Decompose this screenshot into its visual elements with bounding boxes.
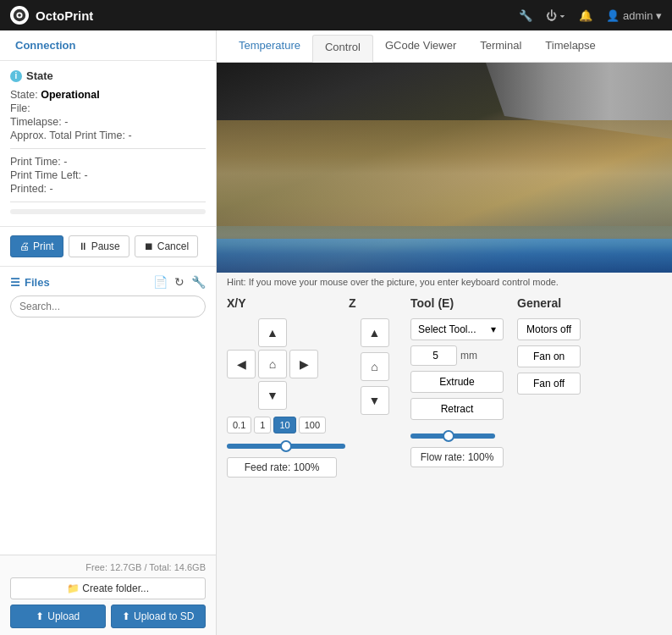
xy-control-col: X/Y ▲ ◀ ⌂ ▶ ▼	[227, 296, 345, 478]
step-10[interactable]: 10	[273, 417, 295, 433]
tab-control[interactable]: Control	[312, 35, 373, 63]
stop-icon: ⏹	[144, 240, 154, 252]
sidebar-bottom: Free: 12.7GB / Total: 14.6GB 📁 Create fo…	[0, 555, 216, 635]
general-col: Motors off Fan on Fan off	[517, 318, 581, 395]
xy-right-button[interactable]: ▶	[289, 350, 318, 378]
z-header: Z	[349, 296, 400, 310]
wrench-icon[interactable]: 🔧	[519, 9, 532, 22]
files-title[interactable]: ☰ Files	[10, 276, 50, 289]
main-layout: Connection i State State: Operational Fi…	[0, 30, 672, 635]
printed-row: Printed: -	[10, 183, 206, 195]
state-value-row: State: Operational	[10, 89, 206, 101]
connection-header[interactable]: Connection	[10, 39, 206, 52]
connection-link[interactable]: Connection	[10, 39, 206, 52]
print-button[interactable]: 🖨 Print	[10, 235, 63, 257]
upload-sd-button[interactable]: ⬆ Upload to SD	[111, 605, 207, 628]
xy-down-button[interactable]: ▼	[258, 381, 287, 410]
flowrate-slider-knob[interactable]	[443, 430, 454, 442]
general-header: General	[517, 296, 581, 310]
search-input[interactable]	[10, 295, 206, 318]
z-control-col: Z ▲ ⌂ ▼	[345, 296, 400, 478]
bell-icon[interactable]: 🔔	[579, 9, 592, 22]
files-section: ☰ Files 📄 ↻ 🔧	[0, 267, 216, 555]
z-up-button[interactable]: ▲	[361, 318, 389, 347]
z-down-button[interactable]: ▼	[361, 386, 389, 415]
app-logo	[10, 6, 29, 25]
content-panel: Hint: If you move your mouse over the pi…	[217, 63, 672, 635]
tab-gcode-viewer[interactable]: GCode Viewer	[373, 30, 468, 63]
fan-off-button[interactable]: Fan off	[517, 373, 581, 395]
refresh-icon[interactable]: ↻	[174, 275, 185, 289]
xy-grid: ▲ ◀ ⌂ ▶ ▼	[227, 318, 345, 410]
files-header: ☰ Files 📄 ↻ 🔧	[10, 275, 206, 289]
fan-on-button[interactable]: Fan on	[517, 345, 581, 367]
camera-feed	[217, 63, 672, 273]
tool-header: Tool (E)	[410, 296, 504, 310]
pause-button[interactable]: ⏸ Pause	[69, 235, 129, 257]
feedrate-display: Feed rate: 100%	[227, 457, 337, 478]
info-icon: i	[10, 70, 22, 82]
retract-button[interactable]: Retract	[410, 398, 504, 420]
camera-hint: Hint: If you move your mouse over the pi…	[217, 273, 672, 291]
tab-timelapse[interactable]: Timelapse	[533, 30, 607, 63]
feedrate-slider-knob[interactable]	[280, 440, 292, 452]
tool-col: Select Tool... ▾ mm Extrude Retract	[410, 318, 504, 467]
xy-left-button[interactable]: ◀	[227, 350, 256, 378]
cancel-button[interactable]: ⏹ Cancel	[135, 235, 198, 257]
step-0.1[interactable]: 0.1	[227, 417, 251, 433]
select-tool-button[interactable]: Select Tool... ▾	[410, 318, 504, 340]
print-time-left-row: Print Time Left: -	[10, 169, 206, 181]
tabs-bar: Temperature Control GCode Viewer Termina…	[217, 30, 672, 63]
app-title: OctoPrint	[36, 8, 93, 23]
xy-home-button[interactable]: ⌂	[258, 350, 287, 378]
new-file-icon[interactable]: 📄	[153, 275, 168, 289]
tab-terminal[interactable]: Terminal	[468, 30, 533, 63]
flowrate-slider[interactable]	[410, 428, 495, 444]
feedrate-slider[interactable]	[227, 439, 345, 454]
print-icon: 🖨	[19, 240, 30, 252]
navbar: OctoPrint 🔧 ⏻ ▾ 🔔 👤 admin ▾	[0, 0, 672, 30]
main-content: Temperature Control GCode Viewer Termina…	[217, 30, 672, 635]
mm-label: mm	[460, 350, 477, 362]
app-brand: OctoPrint	[10, 6, 93, 25]
xy-empty-br	[289, 381, 318, 410]
print-time-row: Print Time: -	[10, 156, 206, 168]
pause-icon: ⏸	[78, 240, 88, 252]
general-control-col: General Motors off Fan on Fan off	[504, 296, 581, 478]
wrench-files-icon[interactable]: 🔧	[191, 275, 206, 289]
upload-button[interactable]: ⬆ Upload	[10, 605, 106, 628]
flowrate-slider-wrap: Flow rate: 100%	[410, 425, 504, 467]
xy-empty-bl	[227, 381, 256, 410]
navbar-right: 🔧 ⏻ ▾ 🔔 👤 admin ▾	[519, 9, 662, 22]
tab-temperature[interactable]: Temperature	[227, 30, 312, 63]
create-folder-button[interactable]: 📁 Create folder...	[10, 577, 206, 599]
files-actions: 📄 ↻ 🔧	[153, 275, 206, 289]
z-home-button[interactable]: ⌂	[361, 352, 389, 381]
step-1[interactable]: 1	[254, 417, 271, 433]
mm-input[interactable]	[410, 345, 457, 366]
user-menu[interactable]: 👤 admin ▾	[606, 9, 662, 22]
list-icon: ☰	[10, 276, 20, 289]
state-section: i State State: Operational File: Timelap…	[0, 61, 216, 227]
storage-info: Free: 12.7GB / Total: 14.6GB	[10, 562, 206, 572]
xy-empty-tl	[227, 318, 256, 347]
upload-sd-icon: ⬆	[122, 610, 130, 622]
print-controls: 🖨 Print ⏸ Pause ⏹ Cancel	[0, 227, 216, 267]
xy-header: X/Y	[227, 296, 345, 310]
motors-off-button[interactable]: Motors off	[517, 318, 581, 340]
file-row: File:	[10, 102, 206, 114]
mm-input-row: mm	[410, 345, 504, 366]
metal-surface	[217, 120, 672, 239]
xy-up-button[interactable]: ▲	[258, 318, 287, 347]
flowrate-display: Flow rate: 100%	[410, 447, 504, 467]
progress-bar	[10, 209, 206, 214]
power-icon[interactable]: ⏻ ▾	[546, 9, 566, 22]
extrude-button[interactable]: Extrude	[410, 371, 504, 393]
z-col: ▲ ⌂ ▼	[349, 318, 400, 417]
state-section-title: i State	[10, 69, 206, 82]
step-100[interactable]: 100	[299, 417, 326, 433]
folder-icon: 📁	[67, 583, 80, 594]
sidebar: Connection i State State: Operational Fi…	[0, 30, 217, 635]
connection-section: Connection	[0, 30, 216, 61]
feedrate-slider-wrap: Feed rate: 100%	[227, 439, 345, 478]
